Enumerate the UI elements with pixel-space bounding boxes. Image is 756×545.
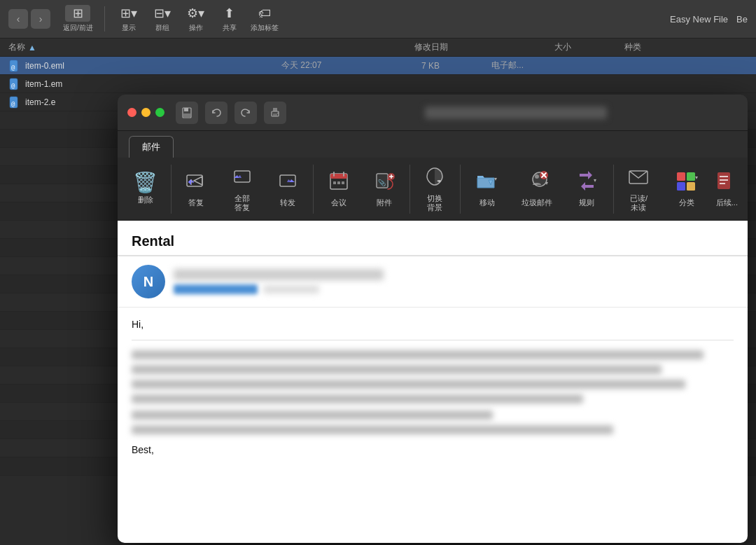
mail-subject: Rental (118, 221, 748, 256)
svg-text:▾: ▾ (695, 174, 698, 181)
mail-body: Hi, Best, (118, 308, 748, 543)
category-button[interactable]: ▾ 分类 (662, 161, 710, 217)
svg-text:@: @ (11, 64, 15, 71)
mail-ribbon: 🗑️ 删除 答复 (118, 158, 748, 221)
body-divider (132, 340, 734, 340)
followup-button[interactable]: 后续... (712, 161, 742, 217)
delete-label: 删除 (138, 195, 153, 205)
group-group[interactable]: ⊟▾ 群组 (150, 5, 175, 33)
mail-greeting: Hi, (132, 319, 734, 330)
junk-label: 垃圾邮件 (522, 198, 552, 207)
switch-background-button[interactable]: 切换背景 (413, 161, 458, 217)
ribbon-separator-3 (410, 165, 410, 214)
action-label: 操作 (189, 23, 203, 33)
tag-group[interactable]: 🏷 添加标签 (251, 5, 279, 33)
reply-label: 答复 (188, 198, 204, 207)
forward-button[interactable]: 转发 (265, 161, 310, 217)
sender-meta-blurred (174, 284, 258, 294)
svg-rect-8 (183, 113, 190, 117)
read-unread-button[interactable]: 已读/未读 (617, 161, 662, 217)
minimize-button[interactable] (141, 108, 150, 117)
mail-window: 邮件 🗑️ 删除 答复 (118, 95, 748, 543)
blurred-text-1 (132, 350, 704, 359)
svg-rect-41 (677, 172, 685, 181)
attachment-label: 附件 (377, 198, 392, 207)
svg-text:📎: 📎 (378, 179, 386, 187)
rules-icon: ▾ (574, 170, 599, 195)
close-button[interactable] (127, 108, 136, 117)
attachment-button[interactable]: 📎 附件 (362, 161, 407, 217)
col-modified-label: 修改日期 (414, 41, 554, 53)
forward-icon (276, 170, 300, 195)
move-icon: ▾ (475, 170, 500, 195)
file-size-0: 7 KB (421, 61, 491, 71)
display-group[interactable]: ⊞▾ 显示 (116, 5, 141, 33)
print-button[interactable] (264, 102, 286, 124)
blurred-text-4 (132, 394, 583, 403)
rules-button[interactable]: ▾ 规则 (562, 161, 610, 217)
attachment-icon: 📎 (372, 170, 396, 195)
mail-title-blurred (425, 106, 607, 119)
easy-new-file-label: Easy New File (670, 14, 728, 25)
category-icon: ▾ (674, 170, 699, 195)
svg-rect-23 (342, 181, 344, 184)
share-label: 共享 (223, 23, 237, 33)
svg-rect-11 (273, 113, 277, 116)
back-button[interactable]: ‹ (8, 9, 28, 29)
rules-label: 规则 (579, 198, 594, 207)
separator-1 (104, 6, 105, 32)
sort-arrow: ▲ (28, 43, 36, 53)
avatar: N (132, 265, 165, 298)
svg-rect-42 (687, 172, 695, 181)
tab-mail[interactable]: 邮件 (129, 136, 174, 158)
undo-button[interactable] (205, 102, 227, 124)
sender-name-blurred (174, 269, 384, 280)
save-button[interactable] (176, 102, 198, 124)
forward-label: 转发 (280, 198, 295, 207)
svg-text:▾: ▾ (545, 180, 548, 186)
reply-button[interactable]: 答复 (174, 161, 218, 217)
file-icon: @ (8, 60, 21, 72)
svg-point-12 (277, 112, 279, 113)
delete-button[interactable]: 🗑️ 删除 (123, 161, 168, 217)
svg-rect-22 (337, 181, 340, 184)
svg-rect-18 (330, 174, 347, 179)
table-row[interactable]: @ item-1.em (0, 75, 756, 93)
svg-rect-7 (184, 108, 188, 111)
mail-titlebar (118, 95, 748, 131)
followup-label: 后续... (716, 198, 738, 207)
nav-label-group[interactable]: ⊞ 返回/前进 (63, 5, 93, 33)
reply-icon (184, 170, 208, 195)
ribbon-separator-4 (460, 165, 461, 214)
move-button[interactable]: ▾ 移动 (463, 161, 512, 217)
switch-background-label: 切换背景 (427, 194, 442, 212)
maximize-button[interactable] (155, 108, 164, 117)
delete-icon: 🗑️ (133, 173, 158, 193)
table-row[interactable]: @ item-0.eml 今天 22:07 7 KB 电子邮... (0, 57, 756, 75)
display-label: 显示 (122, 23, 136, 33)
sender-info (174, 269, 734, 294)
file-icon: @ (8, 96, 21, 109)
reply-all-button[interactable]: 全部答复 (220, 161, 265, 217)
meeting-label: 会议 (331, 198, 346, 207)
junk-button[interactable]: ▾ 垃圾邮件 (513, 161, 561, 217)
traffic-lights (127, 108, 164, 117)
action-group[interactable]: ⚙▾ 操作 (183, 5, 209, 33)
meeting-button[interactable]: 会议 (316, 161, 361, 217)
file-name-0: item-0.eml (25, 61, 281, 71)
redo-button[interactable] (234, 102, 257, 124)
tag-label: 添加标签 (251, 23, 279, 33)
finder-column-headers: 名称 ▲ 修改日期 大小 种类 (0, 39, 756, 57)
svg-text:@: @ (11, 82, 15, 89)
share-group[interactable]: ⬆ 共享 (217, 5, 242, 33)
svg-marker-14 (194, 177, 202, 185)
ribbon-separator-1 (171, 165, 172, 214)
col-name-label: 名称 (8, 41, 25, 53)
forward-button[interactable]: › (31, 9, 50, 29)
file-kind-0: 电子邮... (491, 60, 748, 71)
col-size-label: 大小 (554, 41, 624, 53)
read-unread-icon (626, 165, 650, 191)
svg-rect-21 (333, 181, 336, 184)
be-label: Be (736, 14, 748, 25)
col-kind-label: 种类 (624, 41, 748, 53)
